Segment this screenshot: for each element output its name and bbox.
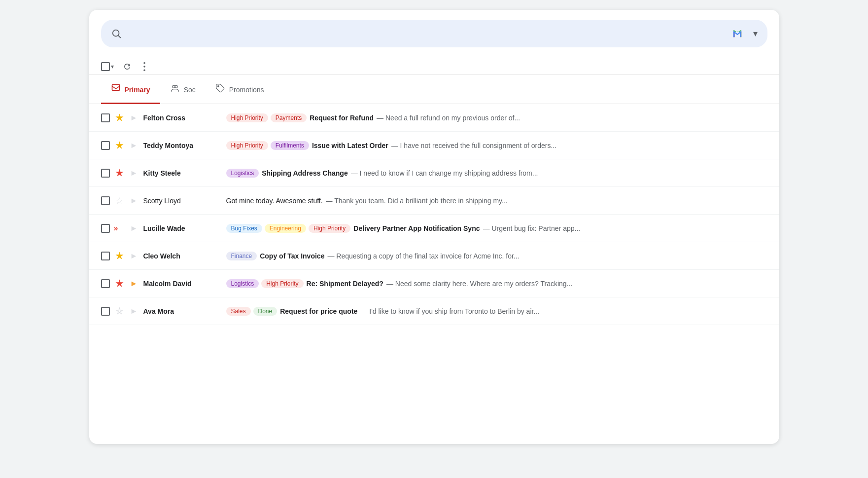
- row-checkbox[interactable]: [101, 169, 110, 178]
- email-tag[interactable]: Done: [253, 307, 278, 316]
- email-tags: High PriorityFulfilments: [226, 141, 309, 150]
- star-icon[interactable]: ☆: [114, 195, 125, 206]
- row-checkbox[interactable]: [101, 252, 110, 260]
- forward-icon: ►: [129, 307, 139, 316]
- row-checkbox[interactable]: [101, 224, 110, 233]
- email-tags: Logistics: [226, 169, 259, 178]
- tab-promotions[interactable]: Promotions: [206, 76, 274, 104]
- email-preview: — Urgent bug fix: Partner app...: [483, 224, 767, 232]
- svg-point-4: [143, 69, 145, 71]
- email-tags: Bug FixesEngineeringHigh Priority: [226, 224, 351, 233]
- email-row[interactable]: ☆►Ava MoraSalesDoneRequest for price quo…: [89, 297, 779, 325]
- email-tag[interactable]: High Priority: [261, 279, 303, 288]
- select-dropdown-icon[interactable]: ▾: [111, 63, 114, 70]
- email-preview: — I need to know if I can change my ship…: [351, 169, 767, 177]
- email-tag[interactable]: Sales: [226, 307, 251, 316]
- toolbar: ▾: [89, 55, 779, 74]
- tabs: Primary Soc Promotions: [89, 76, 779, 104]
- select-all-checkbox[interactable]: ▾: [101, 62, 114, 71]
- email-tags: SalesDone: [226, 307, 278, 316]
- email-tag[interactable]: Logistics: [226, 279, 259, 288]
- star-icon[interactable]: ★: [114, 168, 125, 179]
- email-preview: — Requesting a copy of the final tax inv…: [327, 252, 767, 260]
- email-preview: — Need some clarity here. Where are my o…: [386, 280, 767, 288]
- email-content: High PriorityFulfilmentsIssue with Lates…: [226, 141, 767, 150]
- search-dropdown-icon[interactable]: ▾: [753, 28, 758, 39]
- tab-primary[interactable]: Primary: [101, 76, 160, 104]
- email-row[interactable]: ★►Felton CrossHigh PriorityPaymentsReque…: [89, 104, 779, 132]
- star-icon[interactable]: ★: [114, 251, 125, 261]
- forward-icon: ►: [129, 252, 139, 260]
- email-row[interactable]: »►Lucille WadeBug FixesEngineeringHigh P…: [89, 215, 779, 242]
- sender-name: Scotty Lloyd: [143, 197, 222, 205]
- email-row[interactable]: ★►Kitty SteeleLogisticsShipping Address …: [89, 159, 779, 187]
- sender-name: Cleo Welch: [143, 252, 222, 260]
- email-subject: Re: Shipment Delayed?: [307, 280, 383, 288]
- email-tag[interactable]: Logistics: [226, 169, 259, 178]
- svg-point-8: [217, 86, 219, 87]
- forward-icon: ►: [129, 224, 139, 233]
- email-subject: Got mine today. Awesome stuff.: [226, 197, 323, 205]
- email-subject: Request for price quote: [280, 307, 357, 315]
- forward-icon: ►: [129, 113, 139, 122]
- email-content: SalesDoneRequest for price quote — I'd l…: [226, 307, 767, 316]
- email-content: High PriorityPaymentsRequest for Refund …: [226, 113, 767, 122]
- email-tag[interactable]: Bug Fixes: [226, 224, 262, 233]
- checkbox-box: [101, 62, 110, 71]
- star-icon[interactable]: ★: [114, 278, 125, 289]
- email-tag[interactable]: Finance: [226, 252, 257, 260]
- forward-icon: ►: [129, 196, 139, 205]
- email-subject: Shipping Address Change: [262, 169, 348, 177]
- email-tag[interactable]: High Priority: [226, 141, 268, 150]
- email-row[interactable]: ★►Teddy MontoyaHigh PriorityFulfilmentsI…: [89, 132, 779, 159]
- email-tag[interactable]: Fulfilments: [271, 141, 309, 150]
- gmail-brand: [730, 28, 747, 39]
- sender-name: Ava Mora: [143, 307, 222, 315]
- row-checkbox[interactable]: [101, 279, 110, 288]
- email-tags: Finance: [226, 252, 257, 260]
- row-checkbox[interactable]: [101, 141, 110, 150]
- svg-point-7: [175, 85, 177, 88]
- email-content: Bug FixesEngineeringHigh PriorityDeliver…: [226, 224, 767, 233]
- email-row[interactable]: ☆►Scotty LloydGot mine today. Awesome st…: [89, 187, 779, 215]
- email-tags: High PriorityPayments: [226, 113, 307, 122]
- more-options-button[interactable]: [140, 59, 148, 74]
- email-subject: Request for Refund: [310, 114, 374, 122]
- email-list: ★►Felton CrossHigh PriorityPaymentsReque…: [89, 104, 779, 325]
- sender-name: Lucille Wade: [143, 224, 222, 232]
- email-tag[interactable]: High Priority: [309, 224, 350, 233]
- row-checkbox[interactable]: [101, 196, 110, 205]
- sender-name: Malcolm David: [143, 280, 222, 288]
- row-checkbox[interactable]: [101, 307, 110, 316]
- row-checkbox[interactable]: [101, 113, 110, 122]
- star-icon[interactable]: ★: [114, 112, 125, 123]
- promotions-tab-icon: [215, 83, 225, 96]
- email-preview: — Thank you team. Did a brilliant job th…: [326, 197, 767, 205]
- email-tag[interactable]: Payments: [271, 113, 307, 122]
- email-subject: Copy of Tax Invoice: [260, 252, 324, 260]
- star-icon[interactable]: »: [114, 224, 125, 233]
- social-tab-icon: [170, 83, 180, 96]
- sender-name: Felton Cross: [143, 114, 222, 122]
- email-tag[interactable]: High Priority: [226, 113, 268, 122]
- sender-name: Kitty Steele: [143, 169, 222, 177]
- email-row[interactable]: ★►Cleo WelchFinanceCopy of Tax Invoice —…: [89, 242, 779, 270]
- email-tag[interactable]: Engineering: [265, 224, 306, 233]
- email-subject: Issue with Latest Order: [312, 142, 388, 149]
- refresh-button[interactable]: [120, 59, 135, 74]
- email-content: LogisticsHigh PriorityRe: Shipment Delay…: [226, 279, 767, 288]
- email-preview: — I have not received the full consignme…: [391, 142, 767, 149]
- email-subject: Delivery Partner App Notification Sync: [353, 224, 480, 232]
- svg-point-2: [143, 62, 145, 64]
- tab-primary-label: Primary: [125, 86, 150, 94]
- gmail-container: ▾ ▾: [89, 10, 779, 444]
- star-icon[interactable]: ★: [114, 140, 125, 151]
- search-bar[interactable]: ▾: [101, 20, 767, 47]
- svg-line-1: [118, 36, 120, 37]
- star-icon[interactable]: ☆: [114, 306, 125, 317]
- email-preview: — Need a full refund on my previous orde…: [377, 114, 767, 122]
- tab-social[interactable]: Soc: [160, 76, 206, 104]
- email-row[interactable]: ★►Malcolm DavidLogisticsHigh PriorityRe:…: [89, 270, 779, 297]
- forward-icon: ►: [129, 279, 139, 288]
- forward-icon: ►: [129, 169, 139, 178]
